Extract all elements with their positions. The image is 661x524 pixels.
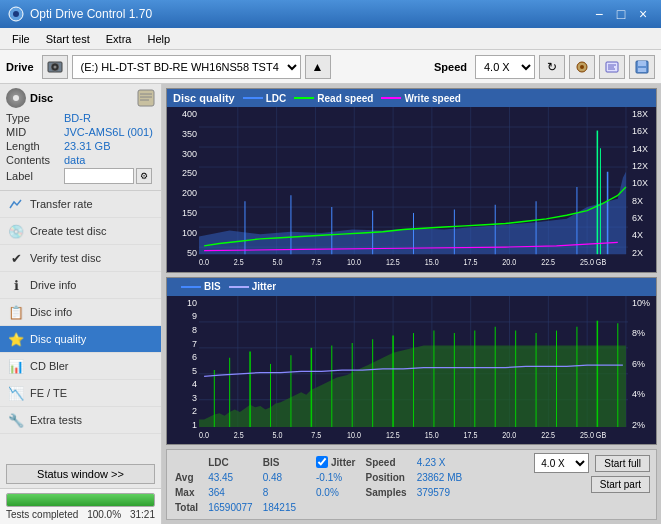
info-button[interactable]	[599, 55, 625, 79]
legend-read-speed: Read speed	[294, 93, 373, 104]
disc-header-icon	[137, 89, 155, 107]
stats-table: LDC BIS Jitter Speed 4.23 X Avg 43.45	[173, 453, 472, 516]
minimize-button[interactable]: −	[589, 4, 609, 24]
verify-test-disc-icon: ✔	[8, 250, 24, 266]
disc-header-left: Disc	[6, 88, 53, 108]
legend-bis: BIS	[181, 281, 221, 292]
legend-bis-label: BIS	[204, 281, 221, 292]
disc-label-input[interactable]	[64, 168, 134, 184]
legend-jitter-label: Jitter	[252, 281, 276, 292]
disc-type-label: Type	[6, 112, 64, 124]
cd-bler-label: CD Bler	[30, 360, 69, 372]
svg-text:17.5: 17.5	[464, 257, 478, 267]
svg-point-6	[580, 65, 584, 69]
jitter-header: Jitter	[316, 455, 363, 469]
drive-info-label: Drive info	[30, 279, 76, 291]
speed-label: Speed	[434, 61, 467, 73]
avg-jitter: -0.1%	[316, 471, 363, 484]
disc-mid-value: JVC-AMS6L (001)	[64, 126, 153, 138]
eject-button[interactable]: ▲	[305, 55, 331, 79]
bis-chart: BIS Jitter 10987654321	[166, 277, 657, 445]
main-content: Disc quality LDC Read speed Write speed …	[162, 84, 661, 524]
drive-info-icon: ℹ	[8, 277, 24, 293]
disc-contents-row: Contents data	[6, 154, 155, 166]
disc-info-icon: 📋	[8, 304, 24, 320]
menu-extra[interactable]: Extra	[98, 31, 140, 47]
menu-file[interactable]: File	[4, 31, 38, 47]
svg-text:15.0: 15.0	[425, 430, 439, 440]
drive-icon-button[interactable]	[42, 55, 68, 79]
disc-length-value: 23.31 GB	[64, 140, 110, 152]
legend-ldc-color	[243, 97, 263, 99]
progress-time: 31:21	[130, 509, 155, 520]
disc-header: Disc	[6, 88, 155, 108]
total-bis: 184215	[263, 501, 304, 514]
app-icon	[8, 6, 24, 22]
sidebar-item-create-test-disc[interactable]: 💿 Create test disc	[0, 218, 161, 245]
refresh-button[interactable]: ↻	[539, 55, 565, 79]
sidebar-item-cd-bler[interactable]: 📊 CD Bler	[0, 353, 161, 380]
svg-text:0.0: 0.0	[199, 257, 209, 267]
sidebar-item-disc-info[interactable]: 📋 Disc info	[0, 299, 161, 326]
sidebar-item-verify-test-disc[interactable]: ✔ Verify test disc	[0, 245, 161, 272]
close-button[interactable]: ×	[633, 4, 653, 24]
total-label: Total	[175, 501, 206, 514]
menu-help[interactable]: Help	[139, 31, 178, 47]
start-part-button[interactable]: Start part	[591, 476, 650, 493]
fe-te-icon: 📉	[8, 385, 24, 401]
legend-write-speed-color	[381, 97, 401, 99]
disc-length-label: Length	[6, 140, 64, 152]
transfer-rate-label: Transfer rate	[30, 198, 93, 210]
chart-body-bottom: 0.0 2.5 5.0 7.5 10.0 12.5 15.0 17.5 20.0…	[199, 296, 628, 444]
legend-read-speed-label: Read speed	[317, 93, 373, 104]
svg-text:7.5: 7.5	[311, 257, 321, 267]
disc-type-value: BD-R	[64, 112, 91, 124]
svg-text:2.5: 2.5	[234, 430, 244, 440]
save-button[interactable]	[629, 55, 655, 79]
max-bis: 8	[263, 486, 304, 499]
extra-tests-icon: 🔧	[8, 412, 24, 428]
chart-area-top: 40035030025020015010050	[167, 107, 656, 272]
settings-button[interactable]	[569, 55, 595, 79]
disc-quality-icon: ⭐	[8, 331, 24, 347]
disc-quality-label: Disc quality	[30, 333, 86, 345]
jitter-checkbox[interactable]	[316, 456, 328, 468]
speed-header-label: Speed	[365, 455, 414, 469]
speed-value: 4.23 X	[417, 455, 471, 469]
progress-section: Tests completed 100.0% 31:21	[0, 488, 161, 524]
sidebar-item-transfer-rate[interactable]: Transfer rate	[0, 191, 161, 218]
sidebar-item-fe-te[interactable]: 📉 FE / TE	[0, 380, 161, 407]
svg-rect-14	[138, 90, 154, 106]
speed-dropdown[interactable]: 4.0 X	[534, 453, 589, 473]
sidebar-item-drive-info[interactable]: ℹ Drive info	[0, 272, 161, 299]
max-label: Max	[175, 486, 206, 499]
extra-tests-label: Extra tests	[30, 414, 82, 426]
sidebar-item-disc-quality[interactable]: ⭐ Disc quality	[0, 326, 161, 353]
disc-label-button[interactable]: ⚙	[136, 168, 152, 184]
max-jitter: 0.0%	[316, 486, 363, 499]
status-window-button[interactable]: Status window >>	[6, 464, 155, 484]
create-test-disc-icon: 💿	[8, 223, 24, 239]
disc-contents-label: Contents	[6, 154, 64, 166]
svg-rect-13	[638, 68, 646, 72]
svg-text:12.5: 12.5	[386, 430, 400, 440]
speed-select[interactable]: 4.0 X	[475, 55, 535, 79]
svg-text:10.0: 10.0	[347, 257, 361, 267]
disc-contents-value: data	[64, 154, 85, 166]
start-full-button[interactable]: Start full	[595, 455, 650, 472]
window-title: Opti Drive Control 1.70	[30, 7, 589, 21]
bis-header: BIS	[263, 455, 304, 469]
svg-text:20.0: 20.0	[502, 257, 516, 267]
drive-select[interactable]: (E:) HL-DT-ST BD-RE WH16NS58 TST4	[72, 55, 301, 79]
samples-value: 379579	[417, 486, 471, 499]
avg-bis: 0.48	[263, 471, 304, 484]
svg-text:22.5: 22.5	[541, 430, 555, 440]
svg-text:17.5: 17.5	[464, 430, 478, 440]
maximize-button[interactable]: □	[611, 4, 631, 24]
sidebar-item-extra-tests[interactable]: 🔧 Extra tests	[0, 407, 161, 434]
disc-icon	[6, 88, 26, 108]
chart-left-axis-top: 40035030025020015010050	[167, 107, 199, 272]
main-layout: Disc Type BD-R MID JVC-AMS6L (001) Lengt…	[0, 84, 661, 524]
chart-title-bar: Disc quality LDC Read speed Write speed	[167, 89, 656, 107]
menu-start-test[interactable]: Start test	[38, 31, 98, 47]
